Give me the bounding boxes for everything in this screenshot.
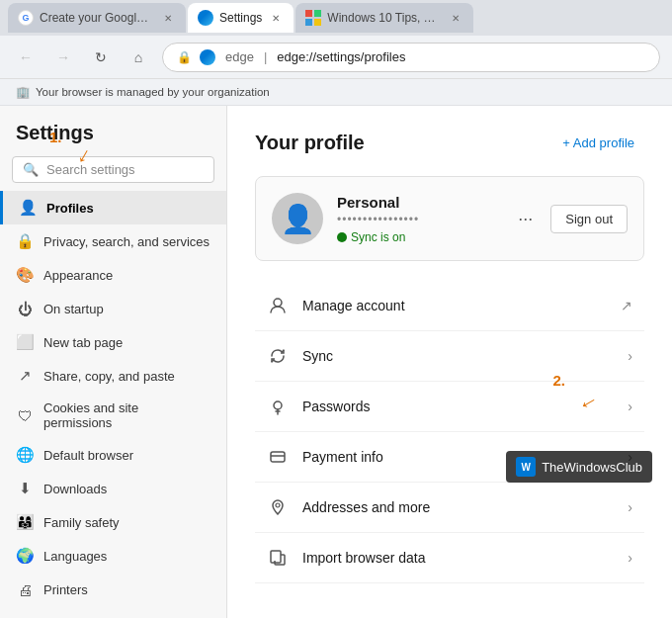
sync-icon xyxy=(267,345,289,367)
sidebar-item-appearance[interactable]: 🎨 Appearance xyxy=(0,258,226,292)
profile-name: Personal xyxy=(337,194,496,211)
profile-menu-items: Manage account ↗ Sync › xyxy=(255,281,644,583)
search-settings-placeholder: Search settings xyxy=(46,162,204,177)
sidebar-item-languages-label: Languages xyxy=(43,549,107,564)
sync-dot-icon xyxy=(337,232,347,242)
sidebar-item-privacy-label: Privacy, search, and services xyxy=(43,234,210,249)
sidebar-item-family[interactable]: 👨‍👩‍👧 Family safety xyxy=(0,505,226,539)
newtab-icon: ⬜ xyxy=(16,333,34,351)
cookies-icon: 🛡 xyxy=(16,406,34,424)
sidebar-item-privacy[interactable]: 🔒 Privacy, search, and services xyxy=(0,224,226,258)
sidebar-item-browser[interactable]: 🌐 Default browser xyxy=(0,438,226,472)
sidebar-item-browser-label: Default browser xyxy=(43,448,133,463)
home-button[interactable]: ⌂ xyxy=(125,44,152,71)
sidebar-item-family-label: Family safety xyxy=(43,515,120,530)
tab-settings-close[interactable]: ✕ xyxy=(268,10,284,26)
sidebar-item-startup[interactable]: ⏻ On startup xyxy=(0,292,226,325)
menu-item-passwords[interactable]: Passwords › 2. ↓ xyxy=(255,382,644,432)
sidebar-item-languages[interactable]: 🌍 Languages xyxy=(0,539,226,573)
sidebar-item-appearance-label: Appearance xyxy=(43,268,113,283)
menu-item-import[interactable]: Import browser data › xyxy=(255,533,644,583)
passwords-label: Passwords xyxy=(302,399,614,414)
content-header: Your profile + Add profile xyxy=(255,130,644,156)
tab-google-close[interactable]: ✕ xyxy=(160,10,176,26)
menu-item-manage[interactable]: Manage account ↗ xyxy=(255,281,644,331)
share-icon: ↗ xyxy=(16,367,34,385)
content-area: Your profile + Add profile 👤 Personal ••… xyxy=(227,106,672,618)
tab-google[interactable]: G Create your Google Account ✕ xyxy=(8,3,186,33)
add-profile-button[interactable]: + Add profile xyxy=(552,130,644,156)
back-button[interactable]: ← xyxy=(12,44,40,71)
passwords-chevron-icon: › xyxy=(628,399,632,414)
tab-settings[interactable]: Settings ✕ xyxy=(188,3,294,33)
sidebar-item-printers[interactable]: 🖨 Printers xyxy=(0,573,226,606)
addresses-label: Addresses and more xyxy=(302,499,614,515)
tab-settings-label: Settings xyxy=(219,11,262,25)
payment-icon xyxy=(267,446,289,468)
address-url: edge://settings/profiles xyxy=(277,49,405,64)
manage-account-icon xyxy=(267,295,289,316)
dots-menu-button[interactable]: ··· xyxy=(510,205,541,233)
address-input[interactable]: 🔒 edge | edge://settings/profiles xyxy=(162,43,660,72)
address-separator: | xyxy=(264,49,267,64)
sidebar-item-printers-label: Printers xyxy=(43,582,88,597)
add-profile-label: + Add profile xyxy=(562,135,634,150)
external-link-icon: ↗ xyxy=(621,298,632,313)
svg-rect-2 xyxy=(271,452,285,462)
search-settings-box[interactable]: 🔍 Search settings xyxy=(12,156,214,183)
tab-windows10-close[interactable]: ✕ xyxy=(448,10,463,26)
svg-rect-4 xyxy=(271,551,281,563)
profile-email: •••••••••••••••• xyxy=(337,213,496,226)
sidebar-item-profiles[interactable]: 👤 Profiles xyxy=(0,191,226,224)
managed-text: Your browser is managed by your organiza… xyxy=(36,86,270,98)
search-icon: 🔍 xyxy=(23,162,39,177)
privacy-icon: 🔒 xyxy=(16,232,34,250)
address-bar: ← → ↻ ⌂ 🔒 edge | edge://settings/profile… xyxy=(0,36,672,79)
sidebar-item-share-label: Share, copy, and paste xyxy=(43,369,175,384)
tab-windows10-label: Windows 10 Tips, Tricks, Help, S... xyxy=(327,11,442,25)
tab-windows10[interactable]: Windows 10 Tips, Tricks, Help, S... ✕ xyxy=(295,3,473,33)
sync-label: Sync xyxy=(302,348,614,364)
addresses-icon xyxy=(267,496,289,518)
addresses-chevron-icon: › xyxy=(628,499,632,515)
watermark-icon: W xyxy=(516,457,536,477)
sidebar-item-newtab-label: New tab page xyxy=(43,335,123,350)
managed-bar: 🏢 Your browser is managed by your organi… xyxy=(0,79,672,106)
windows-favicon-icon xyxy=(305,10,321,26)
sync-status: Sync is on xyxy=(337,230,496,244)
main-layout: Settings 🔍 Search settings 1. ↓ 👤 Profil… xyxy=(0,106,672,618)
import-label: Import browser data xyxy=(302,550,614,566)
appearance-icon: 🎨 xyxy=(16,266,34,284)
sign-out-button[interactable]: Sign out xyxy=(550,205,628,233)
svg-point-0 xyxy=(274,299,282,307)
sidebar-item-newtab[interactable]: ⬜ New tab page xyxy=(0,325,226,359)
profile-actions: ··· Sign out xyxy=(510,205,628,233)
printers-icon: 🖨 xyxy=(16,580,34,598)
sidebar-item-cookies[interactable]: 🛡 Cookies and site permissions xyxy=(0,393,226,438)
languages-icon: 🌍 xyxy=(16,547,34,565)
manage-account-label: Manage account xyxy=(302,298,607,313)
sidebar: Settings 🔍 Search settings 1. ↓ 👤 Profil… xyxy=(0,106,227,618)
startup-icon: ⏻ xyxy=(16,300,34,317)
forward-button[interactable]: → xyxy=(49,44,77,71)
sidebar-item-cookies-label: Cookies and site permissions xyxy=(43,400,210,430)
menu-item-sync[interactable]: Sync › xyxy=(255,331,644,382)
refresh-button[interactable]: ↻ xyxy=(87,44,115,71)
google-favicon-icon: G xyxy=(18,10,34,26)
import-icon xyxy=(267,547,289,569)
downloads-icon: ⬇ xyxy=(16,480,34,497)
sidebar-item-downloads[interactable]: ⬇ Downloads xyxy=(0,472,226,505)
sidebar-item-profiles-label: Profiles xyxy=(46,201,94,216)
lock-icon: 🔒 xyxy=(177,50,192,64)
avatar-icon: 👤 xyxy=(281,203,315,235)
edge-favicon-icon xyxy=(198,10,213,26)
tab-google-label: Create your Google Account xyxy=(40,11,154,25)
menu-item-addresses[interactable]: Addresses and more › xyxy=(255,483,644,533)
content-title: Your profile xyxy=(255,132,365,154)
profile-card: 👤 Personal •••••••••••••••• Sync is on ·… xyxy=(255,176,644,261)
edge-address-favicon-icon xyxy=(200,49,215,65)
svg-point-3 xyxy=(276,503,280,507)
sidebar-item-startup-label: On startup xyxy=(43,302,104,316)
import-chevron-icon: › xyxy=(628,550,632,566)
sidebar-item-share[interactable]: ↗ Share, copy, and paste xyxy=(0,359,226,393)
